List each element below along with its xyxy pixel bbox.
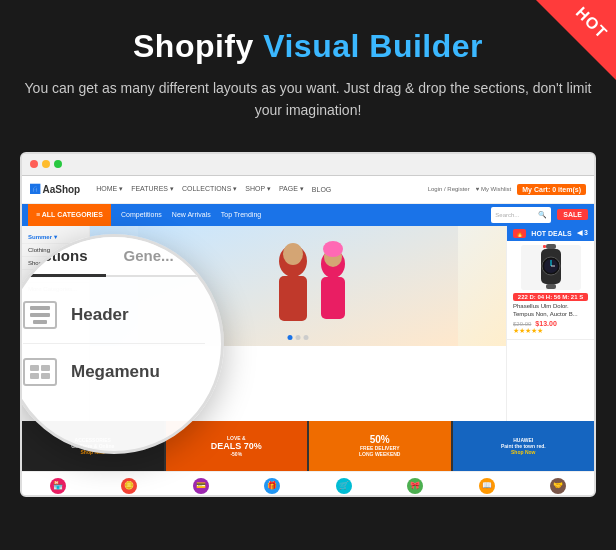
browser-dot-red [30, 160, 38, 168]
marketplace-label: Marketplace [330, 496, 357, 497]
title-plain: Shopify [133, 28, 263, 64]
service-big-promotion[interactable]: 🎁 Big Promotion [237, 476, 309, 497]
cat-top-trending[interactable]: Top Trending [221, 211, 261, 218]
hot-deals-count: ◀ 3 [577, 229, 588, 237]
header-section-icon [23, 301, 57, 329]
slider-dot-3 [304, 335, 309, 340]
category-links: Competitions New Arrivals Top Trending [111, 211, 271, 218]
search-icon: 🔍 [538, 211, 547, 219]
megamenu-label: Megamenu [71, 362, 160, 382]
page-header: Shopify Visual Builder You can get as ma… [0, 0, 616, 140]
search-placeholder: Search... [495, 212, 519, 218]
shop-mall-icon: 🏪 [50, 478, 66, 494]
shop-nav: HOME ▾ FEATURES ▾ COLLECTIONS ▾ SHOP ▾ P… [96, 185, 331, 193]
service-cards[interactable]: 💳 Cards & Services [165, 476, 237, 497]
marketplace-icon: 🛒 [336, 478, 352, 494]
megamenu-section-icon [23, 358, 57, 386]
service-shop-mall[interactable]: 🏪 Shop Mall [22, 476, 94, 497]
svg-rect-2 [279, 276, 307, 321]
reward-coin-label: Reward Coin [115, 496, 144, 497]
svg-point-3 [283, 243, 303, 265]
title-highlight: Visual Builder [263, 28, 483, 64]
cat-new-arrivals[interactable]: New Arrivals [172, 211, 211, 218]
header-label: Header [71, 305, 129, 325]
nav-home[interactable]: HOME ▾ [96, 185, 123, 193]
icon-bar-2 [30, 313, 50, 317]
buying-guides-icon: 📖 [479, 478, 495, 494]
deal-image [521, 245, 581, 290]
magnifier-megamenu-item[interactable]: Megamenu [23, 344, 205, 400]
service-buying-guides[interactable]: 📖 Buying Guides [451, 476, 523, 497]
big-promotion-label: Big Promotion [257, 496, 288, 497]
services-strip: 🏪 Shop Mall 🪙 Reward Coin 💳 Cards & Serv… [22, 471, 594, 497]
hot-badge: HOT [536, 0, 616, 80]
cat-competitions[interactable]: Competitions [121, 211, 162, 218]
service-reward-coin[interactable]: 🪙 Reward Coin [94, 476, 166, 497]
buying-guides-label: Buying Guides [470, 496, 503, 497]
affiliate-icon: 🤝 [550, 478, 566, 494]
deal-price: $13.00 [535, 320, 556, 327]
search-bar[interactable]: Search... 🔍 [491, 207, 551, 223]
service-gift-cards[interactable]: 🎀 Gift Cards [380, 476, 452, 497]
page-subtitle: You can get as many different layouts as… [20, 77, 596, 122]
banner-huawei: HUAWEIPaint the town red.Shop Now [453, 421, 595, 471]
svg-point-7 [323, 241, 343, 257]
sale-badge: SALE [557, 209, 588, 220]
gift-cards-icon: 🎀 [407, 478, 423, 494]
nav-blog[interactable]: BLOG [312, 185, 331, 193]
wishlist-link[interactable]: ♥ My Wishlist [476, 186, 512, 192]
magnifier-header-item[interactable]: Header [23, 287, 205, 344]
slider-dot-2 [296, 335, 301, 340]
shop-mall-label: Shop Mall [47, 496, 69, 497]
deal-info: 222 D: 04 H: 56 M: 21 S Phasellus Ulm Do… [513, 293, 588, 336]
nav-features[interactable]: FEATURES ▾ [131, 185, 174, 193]
affiliate-label: Affiliate [550, 496, 566, 497]
shop-content: Summer ▾ Clothing Shoes Accessories More… [22, 226, 594, 421]
nav-page[interactable]: PAGE ▾ [279, 185, 304, 193]
hot-badge-text: HOT [572, 4, 611, 43]
deal-watch-icon [531, 242, 571, 292]
cards-label: Cards & Services [181, 496, 220, 497]
svg-rect-15 [543, 245, 546, 248]
slider-dot-1 [288, 335, 293, 340]
banner-love-deals: LOVE &DEALS 70%-50% [166, 421, 308, 471]
icon-cell-4 [41, 373, 50, 379]
cart-button[interactable]: My Cart: 0 item(s) [517, 184, 586, 195]
shop-right-sidebar: 🔥 HOT DEALS ◀ 3 [506, 226, 594, 421]
nav-collections[interactable]: COLLECTIONS ▾ [182, 185, 237, 193]
big-promotion-icon: 🎁 [264, 478, 280, 494]
service-affiliate[interactable]: 🤝 Affiliate [523, 476, 595, 497]
gift-cards-label: Gift Cards [404, 496, 427, 497]
svg-rect-14 [546, 284, 556, 289]
nav-shop[interactable]: SHOP ▾ [245, 185, 271, 193]
svg-rect-8 [546, 244, 556, 249]
reward-coin-icon: 🪙 [121, 478, 137, 494]
category-bar: ≡ ALL CATEGORIES Competitions New Arriva… [22, 204, 594, 226]
browser-dots [30, 160, 62, 168]
login-link[interactable]: Login / Register [428, 186, 470, 192]
banner-free-delivery: 50%FREE DELIVERYLONG WEEKEND [309, 421, 451, 471]
svg-rect-5 [321, 277, 345, 319]
page-title: Shopify Visual Builder [20, 28, 596, 65]
deal-stars: ★★★★★ [513, 327, 588, 335]
icon-bar-1 [30, 306, 50, 310]
icon-cell-2 [41, 365, 50, 371]
shop-topbar: 🅰 AaShop HOME ▾ FEATURES ▾ COLLECTIONS ▾… [22, 176, 594, 204]
browser-chrome [22, 154, 594, 176]
deal-title: Phasellus Ulm Dolor. Tempus Non, Auctor … [513, 303, 588, 319]
all-categories-button[interactable]: ≡ ALL CATEGORIES [28, 204, 111, 226]
icon-cell-3 [30, 373, 39, 379]
shop-logo-text: AaShop [42, 184, 80, 195]
hot-deals-header: 🔥 HOT DEALS ◀ 3 [507, 226, 594, 241]
browser-dot-green [54, 160, 62, 168]
service-marketplace[interactable]: 🛒 Marketplace [308, 476, 380, 497]
hot-indicator: 🔥 [513, 229, 526, 238]
cards-icon: 💳 [193, 478, 209, 494]
icon-cell-1 [30, 365, 39, 371]
slider-dots [288, 335, 309, 340]
deal-timer: 222 D: 04 H: 56 M: 21 S [513, 293, 588, 301]
deal-item: 222 D: 04 H: 56 M: 21 S Phasellus Ulm Do… [507, 241, 594, 341]
megamenu-icon-inner [30, 365, 50, 379]
browser-mockup: 🅰 AaShop HOME ▾ FEATURES ▾ COLLECTIONS ▾… [20, 152, 596, 497]
shop-logo: 🅰 AaShop [30, 184, 80, 195]
